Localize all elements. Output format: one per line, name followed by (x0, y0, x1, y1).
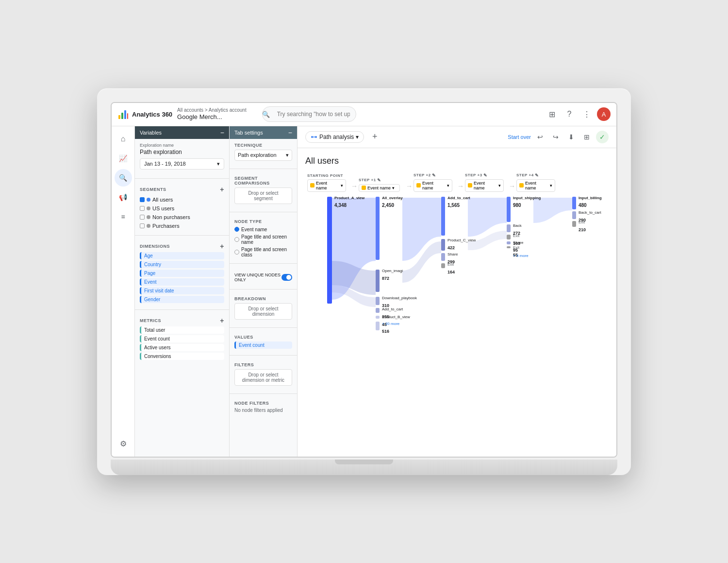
metric-total-user[interactable]: Total user (140, 326, 224, 334)
technique-dropdown[interactable]: Path exploration ▾ (234, 150, 292, 161)
step2-event-selector[interactable]: Event name ▾ (414, 179, 452, 192)
values-chip[interactable]: Event count (234, 341, 292, 349)
filters-drop-button[interactable]: Drop or select dimension or metric (234, 369, 292, 386)
starting-event-selector[interactable]: Event name ▾ (307, 179, 346, 192)
metric-active-users[interactable]: Active users (140, 344, 224, 351)
bar-product-a[interactable] (327, 197, 332, 304)
step3-edit-icon[interactable]: ✎ (483, 173, 488, 178)
svg-rect-0 (118, 115, 120, 119)
nav-item-home[interactable]: ⌂ (115, 130, 132, 148)
dimension-page[interactable]: Page (140, 270, 224, 277)
date-range-picker[interactable]: Jan 13 - 19, 2018 ▾ (140, 158, 224, 170)
dimension-age[interactable]: Age (140, 252, 224, 259)
step2-edit-icon[interactable]: ✎ (432, 173, 436, 178)
bar-exit-3[interactable] (507, 235, 511, 239)
dimension-country[interactable]: Country (140, 261, 224, 268)
dimension-first-visit[interactable]: First visit date (140, 287, 224, 294)
add-dimension-button[interactable]: + (220, 242, 224, 250)
nav-item-explore[interactable]: 🔍 (115, 169, 132, 187)
node-label-open-imagi[interactable]: Open_imagi 872 (382, 269, 403, 282)
arrow-1: → (350, 182, 359, 192)
step1-event-selector[interactable]: Event name ▾ (359, 184, 400, 192)
bar-input-shipping[interactable] (507, 197, 511, 222)
bar-open-imagi[interactable] (376, 270, 380, 292)
svg-rect-3 (127, 113, 128, 119)
user-avatar[interactable]: A (597, 107, 611, 121)
segment-drop-button[interactable]: Drop or select segment (234, 188, 292, 204)
step4-label: STEP +4 ✎ (516, 173, 559, 178)
segment-purchasers[interactable]: Purchasers (140, 222, 224, 230)
node-type-page-title-screen-name[interactable]: Page title and screen name (234, 233, 292, 246)
bar-product-b[interactable] (376, 316, 380, 319)
dimension-gender[interactable]: Gender (140, 296, 224, 303)
bar-add-to-cart-2[interactable] (441, 197, 445, 236)
bar-share-2[interactable] (441, 253, 445, 261)
step1-edit-icon[interactable]: ✎ (377, 178, 381, 183)
nav-item-advertising[interactable]: 📢 (115, 188, 132, 206)
view-unique-toggle[interactable] (281, 274, 292, 281)
path-analysis-tab[interactable]: Path analysis ▾ (305, 131, 364, 143)
bar-exit-3b[interactable] (507, 246, 511, 248)
start-over-button[interactable]: Start over (508, 134, 531, 140)
bar-exit-2[interactable] (441, 263, 445, 268)
bar-more-1[interactable] (376, 322, 380, 330)
dimension-event[interactable]: Event (140, 278, 224, 286)
search-input[interactable] (262, 106, 356, 122)
bar-add-to-cart-1[interactable] (376, 308, 380, 313)
segment-us-users[interactable]: US users (140, 204, 224, 213)
segment-dot-us-users (147, 206, 150, 210)
node-type-page-title-screen-class[interactable]: Page title and screen class (234, 246, 292, 258)
bar-share-3[interactable] (507, 241, 511, 244)
node-type-section: NODE TYPE Event name Page title and scre… (230, 215, 297, 260)
open-imagi-value: 872 (382, 276, 389, 281)
step3-event-selector[interactable]: Event name ▾ (465, 179, 504, 192)
check-button[interactable]: ✓ (596, 131, 609, 143)
app-logo: Analytics 360 (117, 108, 172, 120)
more-3-label[interactable]: + 3 more (513, 254, 529, 258)
node-label-more-3[interactable]: + 3 more (513, 250, 529, 259)
variables-panel-minimize[interactable]: − (220, 129, 224, 136)
bar-back-to-cart[interactable] (572, 211, 576, 219)
bar-all-overlay[interactable] (376, 197, 380, 260)
nav-item-reports[interactable]: 📈 (115, 150, 132, 167)
breakdown-drop-button[interactable]: Drop or select dimension (234, 303, 292, 320)
metric-conversions[interactable]: Conversions (140, 353, 224, 360)
bar-back-3[interactable] (507, 224, 511, 232)
undo-button[interactable]: ↩ (534, 131, 546, 143)
grid-view-button[interactable]: ⊞ (580, 131, 593, 143)
node-label-input-billing[interactable]: Input_billing 480 (579, 196, 602, 209)
more-options-button[interactable]: ⋮ (579, 107, 594, 121)
segment-non-purchasers[interactable]: Non purchasers (140, 213, 224, 222)
bar-product-c[interactable] (441, 239, 445, 251)
step4-event-selector[interactable]: Event name ▾ (516, 179, 555, 192)
node-type-event-name[interactable]: Event name (234, 226, 292, 233)
bar-download-playbook[interactable] (376, 297, 380, 305)
metric-event-count[interactable]: Event count (140, 335, 224, 342)
nav-item-configure[interactable]: ≡ (115, 208, 132, 225)
add-tab-button[interactable]: + (368, 130, 381, 144)
help-icon-button[interactable]: ? (562, 107, 577, 121)
node-label-product-a[interactable]: Product_A_view 4,348 (334, 196, 364, 209)
add-metric-button[interactable]: + (220, 317, 224, 324)
add-segment-button[interactable]: + (220, 186, 224, 193)
node-label-exit-2[interactable]: Exit 164 (447, 262, 455, 275)
node-label-add-to-cart-2[interactable]: Add_to_cart 1,565 (447, 196, 470, 209)
redo-button[interactable]: ↪ (549, 131, 562, 143)
step4-edit-icon[interactable]: ✎ (535, 173, 539, 178)
node-label-product-c[interactable]: Product_C_view 422 (447, 238, 476, 251)
node-label-more-1[interactable]: + 20 more 516 (382, 322, 399, 335)
back3-name: Back (513, 223, 522, 228)
more-1-label[interactable]: + 20 more (382, 322, 399, 326)
bar-exit-4[interactable] (572, 221, 576, 227)
technique-section: TECHNIQUE Path exploration ▾ (230, 139, 297, 166)
download-button[interactable]: ⬇ (565, 131, 578, 143)
node-label-all-overlay[interactable]: All_overlay 2,450 (382, 196, 403, 209)
path-analysis-chevron: ▾ (356, 134, 359, 140)
segment-all-users[interactable]: All users (140, 195, 224, 204)
apps-icon-button[interactable]: ⊞ (545, 107, 559, 121)
nav-item-settings[interactable]: ⚙ (115, 435, 132, 453)
tab-settings-minimize[interactable]: − (288, 129, 292, 136)
node-label-exit-4[interactable]: Exit 210 (579, 220, 586, 233)
bar-input-billing[interactable] (572, 197, 576, 209)
node-label-input-shipping[interactable]: Input_shipping 980 (513, 196, 541, 209)
